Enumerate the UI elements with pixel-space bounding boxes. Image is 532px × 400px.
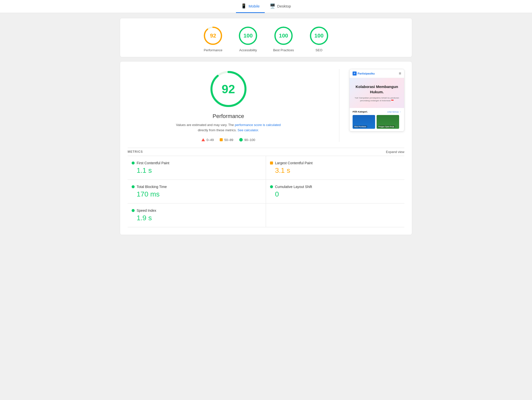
metric-lcp-indicator — [270, 162, 273, 164]
legend-item-orange: 50–89 — [220, 138, 233, 142]
screenshot-cat-link: Lihat Semua → — [387, 111, 401, 113]
tab-mobile[interactable]: 📱 Mobile — [236, 0, 264, 13]
metric-lcp-header: Largest Contentful Paint — [270, 161, 400, 165]
metrics-header: METRICS Expand view — [128, 148, 404, 156]
metric-cls-value: 0 — [270, 190, 400, 198]
metric-si-header: Speed Index — [132, 208, 262, 212]
scores-card: 92 Performance 100 Accessibility — [120, 18, 412, 57]
score-best-practices: 100 Best Practices — [273, 26, 294, 52]
legend-range-green: 90–100 — [244, 138, 255, 142]
screenshot-logo-icon: P — [353, 72, 357, 76]
legend: 0–49 50–89 90–100 — [201, 138, 255, 142]
screenshot-cat-header: Pilih Kategori. Lihat Semua → — [353, 110, 401, 113]
metric-si-indicator — [132, 209, 135, 212]
score-seo: 100 SEO — [309, 26, 329, 52]
metric-tbt-value: 170 ms — [132, 190, 262, 198]
screenshot-thumb-2: Perppu Cipta Kerja — [377, 115, 399, 129]
screenshot-hero: Kolaborasi Membangun Hukum. Yuk! Sampaik… — [350, 78, 404, 108]
legend-item-red: 0–49 — [201, 138, 214, 142]
tab-desktop-label: Desktop — [277, 4, 291, 8]
metric-si-value: 1.9 s — [132, 214, 262, 222]
metrics-grid: First Contentful Paint 1.1 s Largest Con… — [128, 156, 404, 227]
big-score-circle: 92 — [208, 69, 248, 109]
desktop-icon: 🖥️ — [270, 3, 275, 9]
metric-tbt: Total Blocking Time 170 ms — [128, 180, 266, 204]
legend-icon-red — [201, 138, 205, 141]
top-bar: 📱 Mobile 🖥️ Desktop — [0, 0, 532, 13]
performance-section: 92 Performance Values are estimated and … — [120, 61, 412, 235]
score-label-performance: Performance — [204, 48, 222, 52]
perf-desc-text3: directly from these metrics. — [198, 128, 236, 132]
score-value-accessibility: 100 — [243, 32, 253, 39]
metric-tbt-label: Total Blocking Time — [137, 185, 167, 189]
screenshot-thumb-1: RUU Penilaian — [353, 115, 375, 129]
score-value-seo: 100 — [314, 32, 324, 39]
score-label-accessibility: Accessibility — [239, 48, 257, 52]
mobile-icon: 📱 — [241, 3, 246, 9]
legend-icon-green — [239, 138, 243, 142]
screenshot-categories: Pilih Kategori. Lihat Semua → RUU Penila… — [350, 108, 404, 131]
legend-icon-orange — [220, 138, 223, 141]
metric-lcp-label: Largest Contentful Paint — [275, 161, 313, 165]
metric-tbt-indicator — [132, 185, 135, 188]
legend-range-red: 0–49 — [206, 138, 214, 142]
tab-mobile-label: Mobile — [248, 4, 259, 8]
screenshot-thumbnails: RUU Penilaian Perppu Cipta Kerja — [353, 115, 401, 129]
perf-top: 92 Performance Values are estimated and … — [128, 69, 404, 142]
score-accessibility: 100 Accessibility — [238, 26, 258, 52]
metric-fcp-label: First Contentful Paint — [137, 161, 169, 165]
perf-desc-text: Values are estimated and may vary. The — [176, 123, 234, 127]
score-circle-best-practices: 100 — [274, 26, 294, 46]
score-value-best-practices: 100 — [279, 32, 288, 39]
metric-fcp-header: First Contentful Paint — [132, 161, 262, 165]
legend-range-orange: 50–89 — [224, 138, 233, 142]
screenshot-preview: P Partisipasiku ≡ Kolaborasi Membangun H… — [349, 69, 404, 132]
screenshot-logo: P Partisipasiku — [353, 72, 375, 76]
thumb-label-2: Perppu Cipta Kerja — [378, 126, 395, 128]
score-circle-seo: 100 — [309, 26, 329, 46]
perf-calculator-link[interactable]: See calculator. — [237, 128, 259, 132]
perf-description: Values are estimated and may vary. The p… — [176, 122, 281, 133]
metric-tbt-header: Total Blocking Time — [132, 185, 262, 189]
metric-si-label: Speed Index — [137, 208, 156, 212]
vertical-divider — [339, 69, 339, 142]
metric-lcp-value: 3.1 s — [270, 166, 400, 174]
thumb-label-1: RUU Penilaian — [354, 126, 367, 128]
screenshot-menu-icon: ≡ — [399, 71, 401, 76]
metric-fcp-indicator — [132, 162, 135, 164]
score-label-best-practices: Best Practices — [273, 48, 294, 52]
metric-cls-header: Cumulative Layout Shift — [270, 185, 400, 189]
score-circle-performance: 92 — [203, 26, 223, 46]
expand-view-button[interactable]: Expand view — [386, 150, 404, 154]
perf-title: Performance — [213, 113, 244, 120]
screenshot-logo-text: Partisipasiku — [358, 72, 375, 75]
score-circle-accessibility: 100 — [238, 26, 258, 46]
screenshot-header: P Partisipasiku ≡ — [350, 69, 404, 78]
metric-lcp: Largest Contentful Paint 3.1 s — [266, 156, 404, 180]
main-content: 92 Performance 100 Accessibility — [116, 18, 416, 235]
metrics-title: METRICS — [128, 150, 143, 154]
metric-cls: Cumulative Layout Shift 0 — [266, 180, 404, 204]
metrics-section: METRICS Expand view First Contentful Pai… — [128, 148, 404, 227]
screenshot-cat-title: Pilih Kategori. — [353, 110, 368, 113]
metric-fcp-value: 1.1 s — [132, 166, 262, 174]
metric-si: Speed Index 1.9 s — [128, 204, 266, 227]
metric-placeholder — [266, 204, 404, 227]
score-value-performance: 92 — [210, 32, 216, 39]
big-score-value: 92 — [222, 82, 235, 96]
metric-fcp: First Contentful Paint 1.1 s — [128, 156, 266, 180]
score-performance: 92 Performance — [203, 26, 223, 52]
legend-item-green: 90–100 — [239, 138, 255, 142]
tab-desktop[interactable]: 🖥️ Desktop — [265, 0, 296, 13]
screenshot-hero-desc: Yuk! Sampaikan pendapatmu terkait isu pe… — [354, 96, 400, 102]
perf-score-link[interactable]: performance score is calculated — [235, 123, 281, 127]
screenshot-hero-title: Kolaborasi Membangun Hukum. — [354, 84, 400, 94]
metric-cls-indicator — [270, 185, 273, 188]
metric-cls-label: Cumulative Layout Shift — [275, 185, 312, 189]
score-label-seo: SEO — [316, 48, 322, 52]
perf-left: 92 Performance Values are estimated and … — [128, 69, 329, 142]
